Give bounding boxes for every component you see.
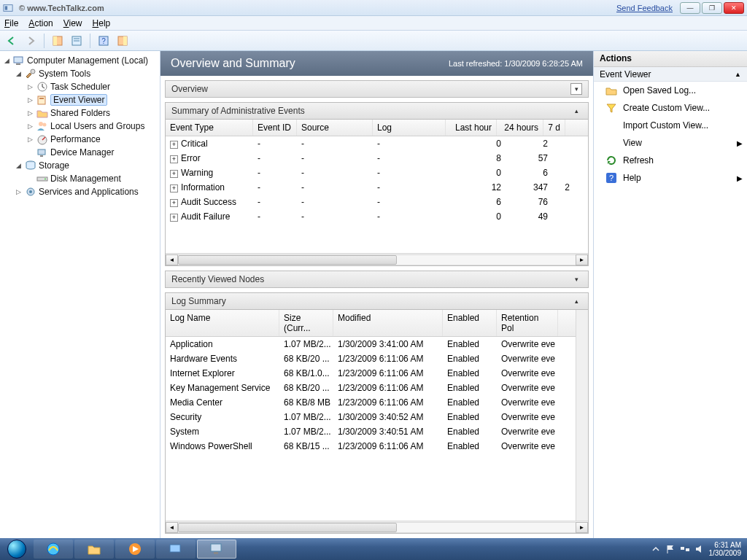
tree-system-tools[interactable]: ◢ System Tools: [13, 67, 158, 80]
action-open-saved-log[interactable]: Open Saved Log...: [594, 82, 747, 99]
tree-disk-management[interactable]: ▷ Disk Management: [25, 172, 158, 185]
maximize-button[interactable]: ❐: [702, 2, 722, 14]
show-action-pane-button[interactable]: [114, 33, 131, 49]
expand-row-icon[interactable]: +: [170, 184, 178, 192]
table-row[interactable]: Key Management Service68 KB/20 ...1/23/2…: [166, 381, 576, 395]
expand-row-icon[interactable]: +: [170, 155, 178, 163]
collapse-icon[interactable]: ▴: [570, 105, 582, 117]
collapse-icon[interactable]: ▴: [570, 295, 582, 307]
scroll-left-icon[interactable]: ◄: [166, 522, 178, 533]
tree-local-users[interactable]: ▷ Local Users and Groups: [25, 120, 158, 133]
expand-row-icon[interactable]: +: [170, 214, 178, 222]
start-button[interactable]: [1, 539, 32, 559]
tray-network-icon[interactable]: [680, 544, 690, 554]
vertical-scrollbar[interactable]: [576, 310, 588, 521]
scroll-right-icon[interactable]: ►: [576, 522, 588, 533]
expand-icon[interactable]: ▷: [26, 96, 34, 104]
table-row[interactable]: Hardware Events68 KB/20 ...1/23/2009 6:1…: [166, 351, 576, 366]
expand-icon[interactable]: ▷: [26, 122, 34, 131]
table-row[interactable]: +Information---123472: [166, 180, 588, 195]
minimize-button[interactable]: —: [680, 2, 700, 14]
expand-row-icon[interactable]: +: [170, 141, 178, 149]
close-button[interactable]: ✕: [724, 2, 744, 14]
expand-row-icon[interactable]: +: [170, 170, 178, 178]
log-summary-header[interactable]: Log Summary ▴: [165, 292, 589, 310]
taskbar-computer-mgmt[interactable]: [197, 540, 236, 559]
expand-icon[interactable]: ▾: [570, 273, 582, 285]
collapse-icon[interactable]: ▲: [735, 71, 741, 78]
action-help[interactable]: ? Help ▶: [594, 169, 747, 187]
expand-icon[interactable]: ▷: [26, 136, 34, 144]
scroll-right-icon[interactable]: ►: [576, 254, 588, 265]
collapse-icon[interactable]: ◢: [3, 57, 11, 65]
scroll-left-icon[interactable]: ◄: [166, 254, 178, 265]
expand-icon[interactable]: ▷: [26, 109, 34, 117]
tree-shared-folders[interactable]: ▷ Shared Folders: [25, 106, 158, 120]
action-refresh[interactable]: Refresh: [594, 152, 747, 169]
scrollbar-thumb[interactable]: [178, 255, 397, 265]
action-create-custom-view[interactable]: Create Custom View...: [594, 99, 747, 117]
collapse-icon[interactable]: ◢: [15, 70, 23, 78]
tree-event-viewer[interactable]: ▷ Event Viewer: [25, 93, 158, 106]
help-toolbar-button[interactable]: ?: [95, 33, 112, 49]
table-header[interactable]: Event Type Event ID Source Log Last hour…: [166, 120, 588, 136]
horizontal-scrollbar[interactable]: ◄ ►: [166, 253, 588, 265]
tree-performance[interactable]: ▷ Performance: [25, 133, 158, 146]
back-button[interactable]: [3, 33, 20, 49]
action-view[interactable]: View ▶: [594, 134, 747, 152]
menu-action[interactable]: Action: [28, 18, 53, 28]
overview-header[interactable]: Overview ▾: [165, 80, 589, 98]
menu-view[interactable]: View: [63, 18, 82, 28]
horizontal-scrollbar[interactable]: ◄ ►: [166, 521, 588, 533]
recent-nodes-header[interactable]: Recently Viewed Nodes ▾: [165, 271, 589, 288]
taskbar-app-1[interactable]: [156, 540, 196, 559]
tree-services-apps[interactable]: ▷ Services and Applications: [13, 185, 158, 198]
tree-root[interactable]: ◢ Computer Management (Local): [1, 54, 158, 67]
expand-icon[interactable]: ▷: [26, 83, 34, 91]
svg-rect-35: [686, 548, 689, 551]
collapse-icon[interactable]: ◢: [15, 162, 23, 170]
tray-flag-icon[interactable]: [665, 544, 676, 554]
tree-storage[interactable]: ◢ Storage: [13, 159, 158, 172]
table-row[interactable]: +Critical---02: [166, 136, 588, 151]
tray-volume-icon[interactable]: [694, 544, 705, 554]
forward-button[interactable]: [22, 33, 39, 49]
table-row[interactable]: System1.07 MB/2...1/30/2009 3:40:51 AMEn…: [166, 424, 576, 439]
taskbar-media-player[interactable]: [115, 540, 155, 559]
table-row[interactable]: +Audit Success---676: [166, 195, 588, 209]
send-feedback-link[interactable]: Send Feedback: [616, 4, 673, 12]
table-row[interactable]: +Error---857: [166, 151, 588, 166]
expand-row-icon[interactable]: +: [170, 199, 178, 207]
menu-file[interactable]: File: [4, 18, 18, 28]
table-row[interactable]: Security1.07 MB/2...1/30/2009 3:40:52 AM…: [166, 410, 576, 424]
show-hide-tree-button[interactable]: [49, 33, 66, 49]
table-row[interactable]: Windows PowerShell68 KB/15 ...1/23/2009 …: [166, 439, 576, 454]
table-row[interactable]: +Audit Failure---049: [166, 209, 588, 224]
taskbar-ie[interactable]: [34, 540, 73, 559]
tree-task-scheduler[interactable]: ▷ Task Scheduler: [25, 80, 158, 93]
dropdown-icon[interactable]: ▾: [570, 83, 582, 95]
svg-rect-21: [40, 155, 43, 157]
actions-context[interactable]: Event Viewer ▲: [594, 67, 747, 82]
taskbar[interactable]: 6:31 AM 1/30/2009: [0, 538, 747, 560]
table-header[interactable]: Log Name Size (Curr... Modified Enabled …: [166, 310, 576, 337]
navigation-tree[interactable]: ◢ Computer Management (Local) ◢ System T…: [0, 51, 160, 538]
taskbar-explorer[interactable]: [74, 540, 114, 559]
tree-device-manager[interactable]: ▷ Device Manager: [25, 146, 158, 159]
table-row[interactable]: +Warning---06: [166, 166, 588, 180]
tray-clock[interactable]: 6:31 AM 1/30/2009: [709, 541, 742, 557]
table-row[interactable]: Internet Explorer68 KB/1.0...1/23/2009 6…: [166, 366, 576, 381]
expand-icon[interactable]: ▷: [15, 188, 23, 196]
system-tray[interactable]: 6:31 AM 1/30/2009: [651, 541, 746, 557]
table-row[interactable]: Media Center68 KB/8 MB1/23/2009 6:11:06 …: [166, 395, 576, 410]
action-import-custom-view[interactable]: Import Custom View...: [594, 117, 747, 134]
log-summary-table[interactable]: Log Name Size (Curr... Modified Enabled …: [166, 310, 576, 521]
admin-events-table[interactable]: Event Type Event ID Source Log Last hour…: [166, 120, 588, 253]
scrollbar-thumb[interactable]: [178, 523, 397, 532]
properties-button[interactable]: [68, 33, 85, 49]
table-row[interactable]: Application1.07 MB/2...1/30/2009 3:41:00…: [166, 337, 576, 351]
app-icon: [3, 3, 13, 13]
admin-events-header[interactable]: Summary of Administrative Events ▴: [165, 102, 589, 120]
tray-show-hidden-icon[interactable]: [651, 544, 661, 554]
menu-help[interactable]: Help: [93, 18, 111, 28]
